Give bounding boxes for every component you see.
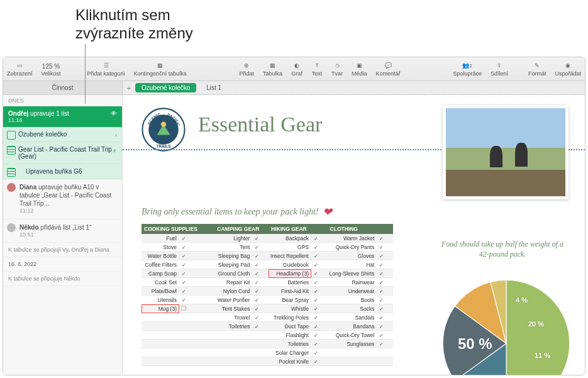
table-checkbox[interactable] [377, 252, 393, 260]
table-checkbox[interactable] [377, 348, 393, 357]
table-cell[interactable]: Whistle [269, 304, 311, 313]
table-cell[interactable]: Bear Spray [269, 296, 311, 304]
table-checkbox[interactable] [311, 234, 328, 243]
table-cell[interactable]: Toiletries [269, 340, 311, 348]
media-button[interactable]: ▣Média [352, 61, 367, 77]
sidebar-item-table[interactable]: Gear List - Pacific Coast Trail Trip - (… [3, 142, 122, 164]
tab-sheet-2[interactable]: List 1 [200, 83, 228, 92]
table-checkbox[interactable] [252, 304, 269, 313]
table-cell[interactable]: Fuel [141, 234, 179, 243]
table-checkbox[interactable] [179, 243, 214, 252]
table-checkbox[interactable] [311, 287, 328, 296]
table-cell[interactable] [141, 313, 179, 322]
table-cell[interactable]: Sunglasses [328, 340, 377, 348]
table-checkbox[interactable] [179, 296, 214, 304]
document-canvas[interactable]: SCENIC PACIFIC TRAILS Essential Gear Bri… [123, 95, 585, 375]
table-checkbox[interactable] [311, 278, 328, 287]
table-cell[interactable]: Hat [328, 260, 377, 269]
table-cell[interactable]: Flashlight [269, 331, 311, 340]
page-title[interactable]: Essential Gear [198, 113, 322, 136]
table-cell[interactable]: Ground Cloth [214, 269, 252, 278]
table-checkbox[interactable] [377, 243, 393, 252]
table-checkbox[interactable] [179, 313, 214, 322]
table-checkbox[interactable] [252, 313, 269, 322]
table-cell[interactable]: Socks [328, 304, 377, 313]
gear-table[interactable]: COOKING SUPPLIESCAMPING GEARHIKING GEARC… [141, 224, 393, 366]
table-checkbox[interactable] [311, 357, 328, 366]
table-checkbox[interactable] [377, 322, 393, 331]
table-cell[interactable]: First-Aid Kit [269, 287, 311, 296]
table-cell[interactable]: Backpack [269, 234, 311, 243]
table-checkbox[interactable] [179, 304, 214, 313]
table-cell[interactable]: Tent Stakes [214, 304, 252, 313]
table-cell[interactable]: Lighter [214, 234, 252, 243]
table-cell[interactable] [141, 322, 179, 331]
table-cell[interactable]: Rainwear [328, 278, 377, 287]
table-cell[interactable] [214, 357, 252, 366]
table-cell[interactable]: Cook Set [141, 278, 179, 287]
table-checkbox[interactable] [377, 287, 393, 296]
subtitle[interactable]: Bring only essential items to keep your … [141, 205, 332, 219]
table-checkbox[interactable] [311, 331, 328, 340]
table-checkbox[interactable] [311, 296, 328, 304]
sidebar-highlight-item[interactable]: Ondřej upravuje 1 list 👁 11:16 [3, 106, 122, 127]
comment-button[interactable]: 💬Komentář [376, 61, 401, 77]
table-cell[interactable]: Guidebook [269, 260, 311, 269]
table-checkbox[interactable] [252, 331, 269, 340]
table-checkbox[interactable] [311, 269, 328, 278]
table-checkbox[interactable] [179, 234, 214, 243]
table-cell[interactable]: Pocket Knife [269, 357, 311, 366]
table-cell[interactable]: Bandana [328, 322, 377, 331]
view-button[interactable]: ▭ Zobrazení [7, 61, 33, 77]
table-cell[interactable]: Long-Sleeve Shirts [328, 269, 377, 278]
table-cell[interactable]: Gloves [328, 252, 377, 260]
collab-button[interactable]: 👥2 Spolupráce [453, 61, 482, 77]
table-checkbox[interactable] [377, 340, 393, 348]
table-cell[interactable]: Sleeping Bag [214, 252, 252, 260]
table-cell[interactable]: Mug (3) [141, 304, 179, 313]
hikers-photo[interactable] [443, 105, 569, 199]
table-cell[interactable]: Solar Charger [269, 348, 311, 357]
table-cell[interactable]: Stove [141, 243, 179, 252]
table-checkbox[interactable] [311, 348, 328, 357]
table-checkbox[interactable] [311, 252, 328, 260]
sidebar-item-sheet[interactable]: Ozubené kolečko › [3, 127, 122, 142]
insert-button[interactable]: ⊕Přidat [239, 61, 254, 77]
table-cell[interactable]: Quick-Dry Towel [328, 331, 377, 340]
table-cell[interactable] [141, 357, 179, 366]
table-cell[interactable]: Coffee Filters [141, 260, 179, 269]
table-checkbox[interactable] [311, 313, 328, 322]
table-checkbox[interactable] [377, 331, 393, 340]
table-cell[interactable] [214, 331, 252, 340]
table-checkbox[interactable] [179, 287, 214, 296]
table-cell[interactable]: Sleeping Pad [214, 260, 252, 269]
table-checkbox[interactable] [377, 357, 393, 366]
table-checkbox[interactable] [179, 269, 214, 278]
table-checkbox[interactable] [179, 278, 214, 287]
table-checkbox[interactable] [377, 304, 393, 313]
table-checkbox[interactable] [377, 234, 393, 243]
table-checkbox[interactable] [252, 322, 269, 331]
activity-tab[interactable]: Činnost [3, 81, 123, 94]
table-checkbox[interactable] [311, 340, 328, 348]
pivot-button[interactable]: ▦ Kontingenční tabulka [134, 61, 187, 77]
sidebar-item-cell[interactable]: Upravena buňka G6 [3, 164, 122, 179]
table-cell[interactable]: Sandals [328, 313, 377, 322]
table-checkbox[interactable] [252, 296, 269, 304]
table-checkbox[interactable] [252, 243, 269, 252]
table-cell[interactable]: Utensils [141, 296, 179, 304]
table-checkbox[interactable] [179, 331, 214, 340]
add-sheet-button[interactable]: + [123, 84, 135, 92]
table-cell[interactable] [214, 348, 252, 357]
table-cell[interactable]: Water Purifier [214, 296, 252, 304]
table-cell[interactable] [141, 340, 179, 348]
table-checkbox[interactable] [179, 340, 214, 348]
table-cell[interactable]: Nylon Cord [214, 287, 252, 296]
table-checkbox[interactable] [311, 260, 328, 269]
table-checkbox[interactable] [252, 287, 269, 296]
zoom-control[interactable]: 125 % Velikost [42, 63, 61, 77]
organize-button[interactable]: ◉Uspořádat [555, 61, 581, 77]
table-cell[interactable]: Tent [214, 243, 252, 252]
table-checkbox[interactable] [252, 340, 269, 348]
table-checkbox[interactable] [377, 278, 393, 287]
